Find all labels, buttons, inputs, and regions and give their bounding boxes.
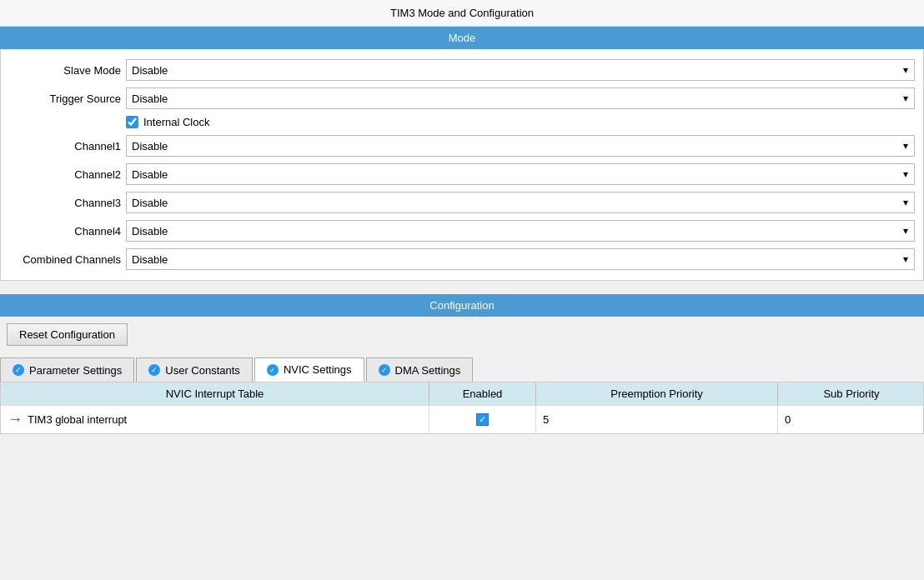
- channel1-select-wrapper[interactable]: Disable: [126, 135, 915, 157]
- slave-mode-select[interactable]: Disable: [126, 59, 915, 81]
- row-arrow-icon: →: [8, 411, 23, 428]
- th-sub-priority: Sub Priority: [778, 382, 924, 405]
- td-enabled[interactable]: [429, 406, 536, 433]
- dma-tab-icon: ✓: [379, 364, 390, 376]
- th-enabled: Enabled: [429, 382, 536, 405]
- trigger-source-row: Trigger Source Disable: [1, 84, 923, 112]
- channel1-row: Channel1 Disable: [1, 132, 923, 160]
- interrupt-name-text: TIM3 global interrupt: [28, 413, 127, 426]
- td-sub-priority[interactable]: 0: [778, 406, 924, 433]
- td-interrupt-name: → TIM3 global interrupt: [1, 406, 429, 433]
- enabled-checkbox[interactable]: [476, 413, 489, 426]
- nvic-tab-label: NVIC Settings: [284, 363, 352, 376]
- combined-channels-select[interactable]: Disable: [126, 248, 915, 270]
- combined-channels-select-wrapper[interactable]: Disable: [126, 248, 915, 270]
- internal-clock-checkbox[interactable]: [126, 116, 138, 128]
- channel3-select[interactable]: Disable: [126, 192, 915, 213]
- nvic-tab-icon: ✓: [267, 364, 279, 376]
- param-tab-label: Parameter Settings: [29, 364, 122, 377]
- page-title: TIM3 Mode and Configuration: [0, 0, 924, 27]
- tab-dma-settings[interactable]: ✓ DMA Settings: [366, 358, 474, 382]
- channel3-select-wrapper[interactable]: Disable: [126, 192, 915, 213]
- mode-section: Slave Mode Disable Trigger Source Disabl…: [0, 49, 924, 281]
- user-tab-icon: ✓: [148, 364, 160, 376]
- slave-mode-label: Slave Mode: [9, 64, 126, 77]
- mode-section-header: Mode: [0, 27, 924, 49]
- channel1-label: Channel1: [9, 140, 126, 152]
- tab-nvic-settings[interactable]: ✓ NVIC Settings: [254, 358, 364, 382]
- internal-clock-label: Internal Clock: [143, 116, 209, 128]
- tabs-bar: ✓ Parameter Settings ✓ User Constants ✓ …: [0, 358, 924, 382]
- channel2-select-wrapper[interactable]: Disable: [126, 163, 915, 185]
- tab-parameter-settings[interactable]: ✓ Parameter Settings: [0, 358, 134, 382]
- channel2-select[interactable]: Disable: [126, 163, 915, 185]
- table-row: → TIM3 global interrupt 5 0: [1, 405, 923, 433]
- user-tab-label: User Constants: [165, 364, 240, 377]
- channel4-select-wrapper[interactable]: Disable: [126, 220, 915, 242]
- config-section-header: Configuration: [0, 294, 924, 317]
- trigger-source-select[interactable]: Disable: [126, 88, 915, 109]
- channel2-row: Channel2 Disable: [1, 160, 923, 188]
- combined-channels-row: Combined Channels Disable: [1, 245, 923, 273]
- trigger-source-select-wrapper[interactable]: Disable: [126, 88, 915, 109]
- internal-clock-row: Internal Clock: [1, 112, 923, 132]
- table-header-row: NVIC Interrupt Table Enabled Preemption …: [1, 382, 923, 405]
- dma-tab-label: DMA Settings: [395, 364, 461, 377]
- trigger-source-label: Trigger Source: [9, 92, 126, 105]
- combined-channels-label: Combined Channels: [9, 253, 126, 266]
- channel2-label: Channel2: [9, 168, 126, 181]
- tab-user-constants[interactable]: ✓ User Constants: [136, 358, 253, 382]
- param-tab-icon: ✓: [13, 364, 24, 376]
- channel4-label: Channel4: [9, 225, 126, 238]
- th-preemption-priority: Preemption Priority: [536, 382, 778, 405]
- reset-config-button[interactable]: Reset Configuration: [7, 323, 128, 346]
- channel1-select[interactable]: Disable: [126, 135, 915, 157]
- channel3-row: Channel3 Disable: [1, 188, 923, 217]
- channel4-row: Channel4 Disable: [1, 217, 923, 245]
- slave-mode-select-wrapper[interactable]: Disable: [126, 59, 915, 81]
- slave-mode-row: Slave Mode Disable: [1, 56, 923, 84]
- channel4-select[interactable]: Disable: [126, 220, 915, 242]
- td-preemption-priority[interactable]: 5: [536, 406, 778, 433]
- th-nvic-interrupt: NVIC Interrupt Table: [1, 382, 429, 405]
- channel3-label: Channel3: [9, 197, 126, 209]
- nvic-table: NVIC Interrupt Table Enabled Preemption …: [0, 382, 924, 434]
